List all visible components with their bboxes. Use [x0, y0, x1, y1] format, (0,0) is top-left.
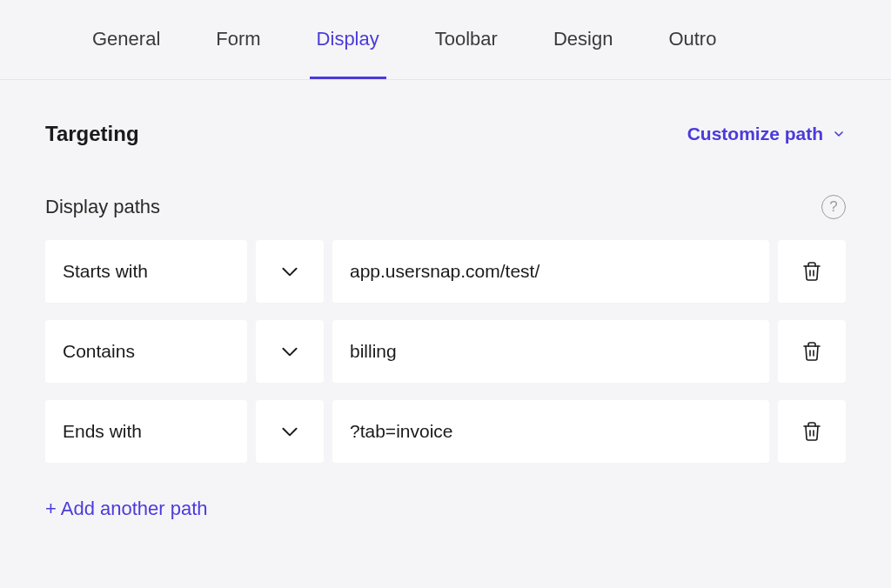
- condition-select[interactable]: Ends with: [45, 400, 247, 463]
- chevron-down-icon: [278, 420, 301, 443]
- trash-icon: [801, 421, 822, 442]
- path-value-text: billing: [350, 341, 397, 362]
- tabs-container: General Form Display Toolbar Design Outr…: [0, 0, 891, 80]
- customize-path-label: Customize path: [687, 124, 823, 144]
- condition-dropdown-button[interactable]: [256, 240, 324, 303]
- condition-label: Starts with: [63, 261, 148, 282]
- path-value-text: ?tab=invoice: [350, 421, 453, 442]
- customize-path-link[interactable]: Customize path: [687, 124, 846, 144]
- tab-general[interactable]: General: [85, 0, 167, 79]
- tabs: General Form Display Toolbar Design Outr…: [44, 0, 847, 79]
- path-value-input[interactable]: billing: [332, 320, 769, 383]
- tab-design[interactable]: Design: [546, 0, 620, 79]
- tab-display[interactable]: Display: [310, 0, 386, 79]
- add-another-path-button[interactable]: + Add another path: [45, 498, 208, 520]
- path-rows: Starts with app.usersnap.com/test/: [45, 240, 846, 463]
- condition-dropdown-button[interactable]: [256, 320, 324, 383]
- delete-path-button[interactable]: [778, 240, 846, 303]
- subsection-title: Display paths: [45, 196, 160, 218]
- condition-dropdown-button[interactable]: [256, 400, 324, 463]
- path-row: Contains billing: [45, 320, 846, 383]
- trash-icon: [801, 341, 822, 362]
- tab-outro[interactable]: Outro: [661, 0, 723, 79]
- tab-toolbar[interactable]: Toolbar: [428, 0, 505, 79]
- tab-form[interactable]: Form: [209, 0, 267, 79]
- section-header: Targeting Customize path: [45, 122, 846, 146]
- content-area: Targeting Customize path Display paths ?…: [0, 80, 891, 562]
- delete-path-button[interactable]: [778, 320, 846, 383]
- chevron-down-icon: [278, 260, 301, 283]
- path-value-input[interactable]: ?tab=invoice: [332, 400, 769, 463]
- path-row: Starts with app.usersnap.com/test/: [45, 240, 846, 303]
- condition-select[interactable]: Starts with: [45, 240, 247, 303]
- condition-select[interactable]: Contains: [45, 320, 247, 383]
- condition-label: Ends with: [63, 421, 142, 442]
- section-title: Targeting: [45, 122, 139, 146]
- delete-path-button[interactable]: [778, 400, 846, 463]
- trash-icon: [801, 261, 822, 282]
- path-value-text: app.usersnap.com/test/: [350, 261, 539, 282]
- subsection-header: Display paths ?: [45, 195, 846, 219]
- condition-label: Contains: [63, 341, 135, 362]
- chevron-down-icon: [832, 127, 846, 141]
- path-row: Ends with ?tab=invoice: [45, 400, 846, 463]
- path-value-input[interactable]: app.usersnap.com/test/: [332, 240, 769, 303]
- help-icon[interactable]: ?: [821, 195, 846, 219]
- chevron-down-icon: [278, 340, 301, 363]
